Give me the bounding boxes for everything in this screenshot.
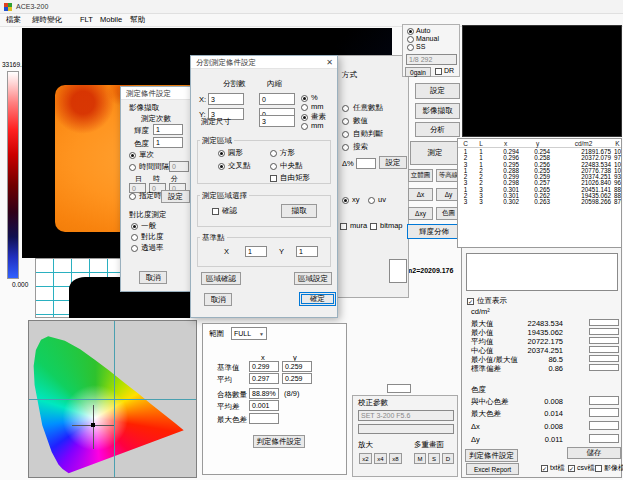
measure-button[interactable]: 測定 bbox=[410, 141, 460, 165]
cross-radio[interactable] bbox=[218, 163, 225, 170]
freerect-checkbox[interactable] bbox=[270, 175, 277, 182]
single-radio[interactable] bbox=[129, 152, 136, 159]
size-field[interactable]: 3 bbox=[259, 115, 295, 127]
split-dialog-title[interactable]: 分割測定條件設定 bbox=[191, 56, 337, 69]
circle-radio[interactable] bbox=[218, 150, 225, 157]
method-title: 方式 bbox=[342, 71, 357, 79]
chevron-down-icon: ▼ bbox=[259, 331, 264, 337]
base-x-field[interactable]: 1 bbox=[245, 246, 267, 257]
method-delta-label: Δ% bbox=[342, 160, 354, 168]
close-icon[interactable]: ✕ bbox=[326, 58, 333, 67]
menu-mobile[interactable]: Mobile bbox=[100, 16, 122, 24]
analyze-button[interactable]: 分析 bbox=[415, 122, 460, 137]
auto-radio[interactable] bbox=[407, 28, 414, 35]
auto-label: Auto bbox=[416, 27, 430, 35]
menu-help[interactable]: 幫助 bbox=[130, 16, 145, 24]
base-y-field[interactable]: 1 bbox=[296, 246, 318, 257]
mm2-radio[interactable] bbox=[301, 123, 308, 130]
multi-s-button[interactable]: S bbox=[428, 453, 440, 464]
method-opt4-radio[interactable] bbox=[342, 144, 349, 151]
zoom-x2-button[interactable]: x2 bbox=[359, 453, 372, 464]
coord-xy-radio[interactable] bbox=[342, 197, 349, 204]
dx-button[interactable]: Δx bbox=[408, 188, 433, 201]
pixel-radio[interactable] bbox=[301, 114, 308, 121]
results-table[interactable]: CLxycd/m2K 110.2940.25421891.67510407210… bbox=[457, 138, 622, 248]
manual-radio[interactable] bbox=[407, 36, 414, 43]
calib-title: 校正參數 bbox=[358, 399, 388, 407]
x-inset-field[interactable]: 0 bbox=[259, 93, 295, 105]
zoom-x4-button[interactable]: x4 bbox=[374, 453, 387, 464]
shutter-select[interactable]: 1/8 292 bbox=[406, 54, 457, 65]
area-set-button[interactable]: 區域設定 bbox=[294, 272, 332, 285]
timed-set-button[interactable]: 設定 bbox=[161, 190, 190, 203]
zoom-x8-button[interactable]: x8 bbox=[389, 453, 402, 464]
chroma-count-field[interactable]: 1 bbox=[153, 137, 183, 148]
lum-dist-button[interactable]: 輝度分佈 bbox=[407, 224, 461, 239]
multi-d-button[interactable]: D bbox=[442, 453, 454, 464]
dxy-button[interactable]: Δxy bbox=[408, 207, 433, 220]
table-cell: 3 bbox=[473, 199, 489, 205]
measure-cancel-button[interactable]: 取消 bbox=[139, 271, 167, 284]
gain-button[interactable]: 0gain bbox=[405, 67, 431, 77]
confirm-checkbox[interactable] bbox=[212, 208, 219, 215]
mm-radio[interactable] bbox=[301, 104, 308, 111]
ss-radio[interactable] bbox=[407, 44, 414, 51]
stat-label: 最小值/最大值 bbox=[471, 356, 518, 364]
method-opt3-radio[interactable] bbox=[342, 131, 349, 138]
method-opt3-label: 自動判斷 bbox=[353, 130, 383, 138]
multi-m-button[interactable]: M bbox=[414, 453, 426, 464]
contrast-radio[interactable] bbox=[131, 234, 138, 241]
csv-checkbox[interactable] bbox=[568, 465, 575, 472]
split-cancel-button[interactable]: 取消 bbox=[204, 293, 232, 306]
method-opt2-radio[interactable] bbox=[342, 118, 349, 125]
menu-flt[interactable]: FLT bbox=[80, 16, 93, 24]
center-radio[interactable] bbox=[270, 163, 277, 170]
menu-file[interactable]: 檔案 bbox=[6, 16, 21, 24]
split-measure-dialog[interactable]: 分割測定條件設定 ✕ 分割數 內縮 X: 3 0 Y: 3 0 % mm 測定尺… bbox=[190, 55, 338, 318]
txt-checkbox[interactable] bbox=[541, 465, 548, 472]
method-delta-field[interactable] bbox=[356, 158, 376, 169]
stat-value: 22483.534 bbox=[522, 320, 563, 328]
split-ok-button[interactable]: 確定 bbox=[299, 292, 336, 306]
method-set-button[interactable]: 設定 bbox=[379, 156, 407, 169]
capture-button[interactable]: 影像擷取 bbox=[415, 103, 460, 119]
bitmap-checkbox[interactable] bbox=[370, 223, 377, 230]
ref-x-field[interactable]: 0.299 bbox=[249, 361, 279, 372]
ref-y-field[interactable]: 0.259 bbox=[282, 361, 312, 372]
stat-judge bbox=[589, 346, 619, 353]
area-confirm-button[interactable]: 區域確認 bbox=[201, 272, 241, 285]
view3d-button[interactable]: 立體圖 bbox=[408, 169, 433, 182]
stats-list-box[interactable] bbox=[466, 253, 618, 291]
cie-diagram[interactable] bbox=[28, 320, 197, 478]
excel-report-button[interactable]: Excel Report bbox=[466, 463, 519, 475]
grab-button[interactable]: 擷取 bbox=[281, 204, 317, 218]
square-radio[interactable] bbox=[270, 150, 277, 157]
interval-radio[interactable] bbox=[129, 164, 136, 171]
range-select[interactable]: FULL▼ bbox=[231, 327, 267, 340]
coord-uv-label: uv bbox=[378, 196, 386, 204]
minute-label: 分 bbox=[171, 175, 178, 183]
pct-radio[interactable] bbox=[301, 95, 308, 102]
lum-count-field[interactable]: 1 bbox=[153, 124, 183, 135]
x-div-field[interactable]: 3 bbox=[208, 93, 244, 105]
camera-preview[interactable] bbox=[462, 25, 622, 137]
interval-field: 0 bbox=[169, 161, 189, 172]
normal-radio[interactable] bbox=[131, 223, 138, 230]
coord-uv-radio[interactable] bbox=[368, 197, 375, 204]
dr-checkbox[interactable] bbox=[435, 68, 442, 75]
transmit-radio[interactable] bbox=[131, 245, 138, 252]
cie-measure-point bbox=[91, 423, 95, 427]
hour-label: 時 bbox=[153, 175, 160, 183]
method-opt1-radio[interactable] bbox=[342, 105, 349, 112]
ref-label: 基準值 bbox=[217, 364, 240, 372]
save-button[interactable]: 儲存 bbox=[567, 447, 621, 459]
range-judge-button[interactable]: 判定條件設定 bbox=[253, 435, 305, 448]
settings-button[interactable]: 設定 bbox=[415, 83, 460, 99]
mura-checkbox[interactable] bbox=[340, 223, 347, 230]
menu-timelapse[interactable]: 經時變化 bbox=[32, 16, 62, 24]
image-checkbox[interactable] bbox=[595, 465, 602, 472]
timed-radio[interactable] bbox=[129, 193, 136, 200]
stats-judge-button[interactable]: 判定條件設定 bbox=[465, 449, 518, 462]
position-checkbox[interactable] bbox=[467, 298, 474, 305]
table-row[interactable]: 330.3020.26320598.2668700 bbox=[458, 199, 621, 205]
